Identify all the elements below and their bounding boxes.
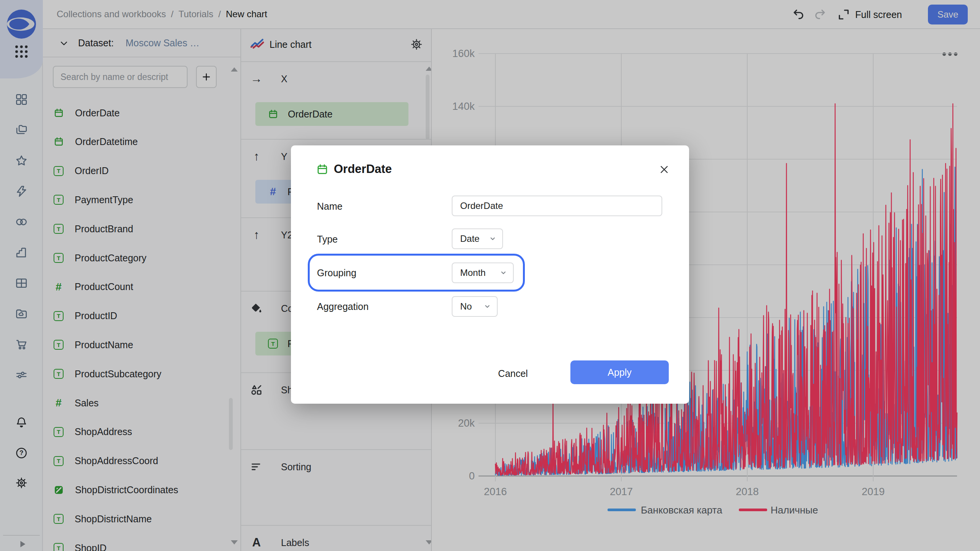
type-select[interactable]: Date	[452, 228, 503, 249]
dialog-title: OrderDate	[334, 162, 392, 176]
aggregation-select[interactable]: No	[452, 296, 498, 317]
grouping-select[interactable]: Month	[452, 262, 514, 283]
aggregation-label: Aggregation	[317, 301, 369, 312]
field-settings-dialog: OrderDate Name Type Date Grouping Month …	[291, 145, 689, 404]
cancel-button[interactable]: Cancel	[490, 363, 536, 384]
type-label: Type	[317, 234, 338, 245]
apply-button[interactable]: Apply	[570, 360, 669, 384]
close-icon[interactable]	[658, 163, 671, 176]
grouping-label: Grouping	[317, 267, 356, 279]
chevron-down-icon	[489, 235, 496, 242]
field-name-input[interactable]	[452, 196, 662, 216]
chevron-down-icon	[484, 303, 491, 310]
aggregation-select-value: No	[460, 301, 472, 312]
name-label: Name	[317, 201, 343, 212]
grouping-select-value: Month	[460, 267, 486, 278]
chevron-down-icon	[500, 269, 507, 276]
calendar-icon	[316, 163, 328, 176]
type-select-value: Date	[460, 233, 480, 244]
datalens-chart-editor: ? Collections and workbooks/Tutorials/Ne…	[0, 0, 980, 551]
